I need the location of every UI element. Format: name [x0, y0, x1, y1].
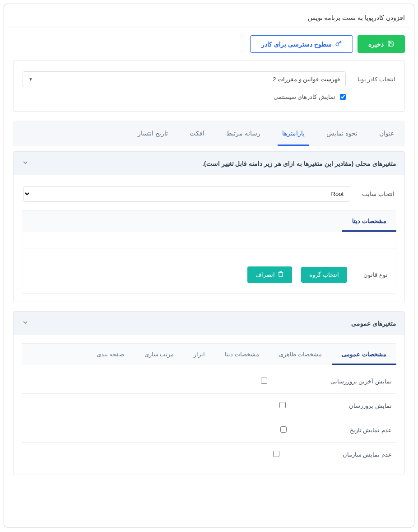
tab-effect[interactable]: افکت	[179, 121, 215, 146]
law-type-row: نوع قانون انتخاب گروه انصراف	[30, 266, 388, 283]
tab-media[interactable]: رسانه مرتبط	[215, 121, 271, 146]
save-button[interactable]: ذخیره	[358, 35, 405, 53]
global-vars-panel: متغیرهای عمومی مشخصات عمومی مشخصات ظاهری…	[13, 311, 405, 475]
access-level-button[interactable]: سطوح دسترسی برای کادر	[250, 35, 353, 53]
select-group-button[interactable]: انتخاب گروه	[301, 267, 347, 283]
site-select-row: انتخاب سایت Root	[22, 183, 396, 204]
checkbox-last-update[interactable]	[261, 378, 267, 384]
trash-icon	[278, 271, 284, 279]
cancel-label: انصراف	[255, 271, 275, 278]
check-label-last-update: نمایش آخرین بروزرسانی	[330, 378, 392, 385]
global-vars-body: مشخصات عمومی مشخصات ظاهری مشخصات دیتا اب…	[14, 335, 404, 475]
select-group-label: انتخاب گروه	[309, 271, 339, 278]
chevron-down-icon	[22, 319, 29, 328]
global-vars-title: متغیرهای عمومی	[351, 320, 396, 327]
system-frames-check-row: نمایش کادرهای سیستمی	[23, 93, 346, 100]
global-subtabs: مشخصات عمومی مشخصات ظاهری مشخصات دیتا اب…	[22, 343, 396, 365]
local-vars-panel: متغیرهای محلی (مقادیر این متغیرها به ازا…	[13, 151, 405, 302]
site-select-label: انتخاب سایت	[358, 191, 395, 197]
page-header: افزودن کادرپویا به تست برنامه نویس	[8, 8, 410, 28]
chevron-down-icon	[22, 159, 29, 168]
check-row-updater: نمایش بروزرسان	[22, 394, 396, 418]
system-frames-label: نمایش کادرهای سیستمی	[274, 93, 335, 100]
subtab-data-spec[interactable]: مشخصات دیتا	[342, 210, 396, 232]
subtab-sort[interactable]: مرتب سازی	[135, 344, 184, 365]
local-vars-body: انتخاب سایت Root مشخصات دیتا نوع قانون	[14, 175, 404, 302]
tab-title[interactable]: عنوان	[368, 121, 405, 146]
cancel-button[interactable]: انصراف	[247, 266, 292, 283]
law-type-card: نوع قانون انتخاب گروه انصراف	[22, 232, 396, 294]
main-tabs: عنوان نحوه نمایش پارامترها رسانه مرتبط ا…	[13, 121, 405, 146]
tab-publish[interactable]: تاریخ انتشار	[127, 121, 179, 146]
check-row-no-date: عدم نمایش تاریخ	[22, 418, 396, 443]
frame-selection-card: انتخاب کادر پویا فهرست قوانین و مقررات 2…	[13, 60, 405, 112]
save-button-label: ذخیره	[368, 41, 384, 48]
frame-select-label: انتخاب کادر پویا	[355, 76, 395, 83]
local-subtabs: مشخصات دیتا	[22, 210, 396, 232]
tab-display[interactable]: نحوه نمایش	[316, 121, 368, 146]
site-select-dropdown[interactable]: Root	[23, 186, 350, 202]
check-label-updater: نمایش بروزرسان	[349, 402, 392, 409]
law-type-label: نوع قانون	[356, 271, 388, 278]
chevron-down-icon: ▼	[28, 77, 33, 82]
system-frames-checkbox[interactable]	[340, 94, 346, 100]
subtab-general[interactable]: مشخصات عمومی	[332, 344, 396, 365]
page-frame: افزودن کادرپویا به تست برنامه نویس ذخیره…	[4, 4, 414, 527]
local-vars-title: متغیرهای محلی (مقادیر این متغیرها به ازا…	[202, 160, 396, 167]
toolbar: ذخیره سطوح دسترسی برای کادر	[8, 28, 410, 60]
frame-select-dropdown[interactable]: فهرست قوانین و مقررات 2 ▼	[23, 71, 346, 87]
page-title: افزودن کادرپویا به تست برنامه نویس	[308, 14, 405, 21]
global-vars-panel-header[interactable]: متغیرهای عمومی	[14, 312, 404, 335]
law-type-card-top	[22, 232, 396, 248]
key-icon	[335, 40, 342, 48]
checkbox-updater[interactable]	[279, 402, 286, 408]
tab-params[interactable]: پارامترها	[271, 121, 316, 146]
check-list: نمایش آخرین بروزرسانی نمایش بروزرسان عدم…	[22, 369, 396, 467]
frame-select-value: فهرست قوانین و مقررات 2	[273, 76, 340, 83]
subtab-paging[interactable]: صفحه بندی	[87, 344, 135, 365]
checkbox-no-date[interactable]	[280, 426, 287, 433]
check-label-no-date: عدم نمایش تاریخ	[350, 427, 392, 434]
check-row-last-update: نمایش آخرین بروزرسانی	[22, 369, 396, 394]
subtab-tools[interactable]: ابزار	[184, 344, 215, 365]
access-button-label: سطوح دسترسی برای کادر	[261, 41, 332, 48]
subtab-visual[interactable]: مشخصات ظاهری	[269, 344, 332, 365]
frame-select-row: انتخاب کادر پویا فهرست قوانین و مقررات 2…	[23, 71, 395, 87]
tabs-section: عنوان نحوه نمایش پارامترها رسانه مرتبط ا…	[13, 121, 405, 475]
checkbox-no-org[interactable]	[273, 451, 279, 457]
save-icon	[387, 40, 394, 48]
check-label-no-org: عدم نمایش سازمان	[343, 451, 392, 458]
check-row-no-org: عدم نمایش سازمان	[22, 443, 396, 467]
local-vars-panel-header[interactable]: متغیرهای محلی (مقادیر این متغیرها به ازا…	[14, 152, 404, 175]
subtab-data[interactable]: مشخصات دیتا	[215, 344, 269, 365]
